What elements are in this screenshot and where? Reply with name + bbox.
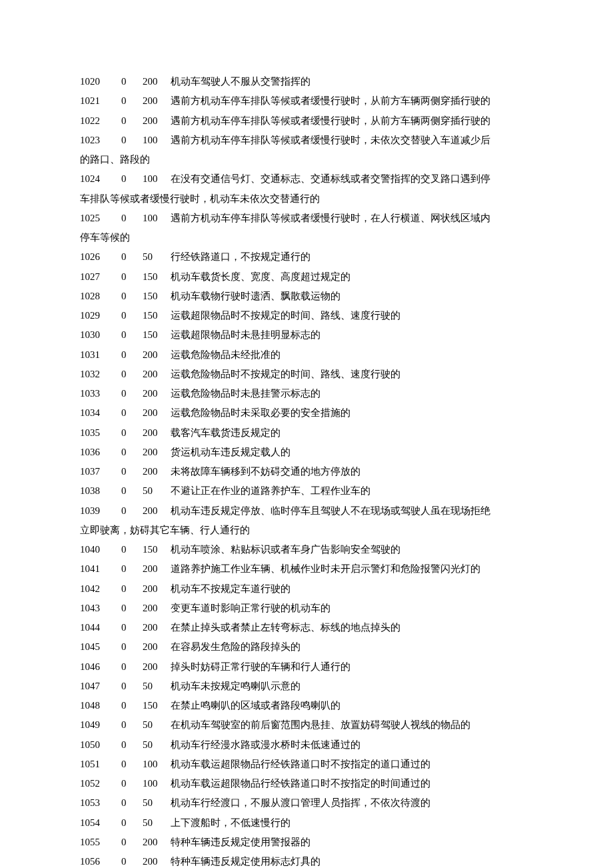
violation-row: 10560200特种车辆违反规定使用标志灯具的: [80, 852, 533, 868]
violation-description: 机动车行经渡口，不服从渡口管理人员指挥，不依次待渡的: [171, 797, 430, 808]
violation-points: 0: [121, 423, 143, 443]
violation-points: 0: [121, 247, 143, 267]
violation-description: 变更车道时影响正常行驶的机动车的: [171, 603, 330, 613]
violation-fine: 50: [143, 481, 171, 501]
violation-fine: 100: [143, 209, 171, 228]
violation-points: 0: [121, 111, 143, 131]
violation-fine: 200: [143, 657, 171, 677]
violation-description: 遇前方机动车停车排队等候或者缓慢行驶时，从前方车辆两侧穿插行驶的: [171, 115, 490, 126]
violation-description-continuation: 立即驶离，妨碍其它车辆、行人通行的: [80, 521, 533, 540]
violation-fine: 100: [143, 774, 171, 793]
violation-code: 1038: [80, 481, 121, 501]
violation-code: 1056: [80, 852, 121, 868]
violation-row: 10510100机动车载运超限物品行经铁路道口时不按指定的道口通过的: [80, 755, 533, 774]
violation-row: 10390200机动车违反规定停放、临时停车且驾驶人不在现场或驾驶人虽在现场拒绝: [80, 501, 533, 521]
violation-description: 运载危险物品时未悬挂警示标志的: [171, 388, 320, 399]
violation-description: 特种车辆违反规定使用警报器的: [171, 837, 310, 847]
violation-description: 遇前方机动车停车排队等候或者缓慢行驶时，在人行横道、网状线区域内: [171, 213, 490, 223]
violation-code: 1020: [80, 72, 121, 91]
violation-code: 1048: [80, 696, 121, 715]
violation-points: 0: [121, 384, 143, 403]
violation-code: 1041: [80, 559, 121, 579]
violation-description: 未将故障车辆移到不妨碍交通的地方停放的: [171, 466, 360, 477]
violation-row: 10480150在禁止鸣喇叭的区域或者路段鸣喇叭的: [80, 696, 533, 715]
violation-fine: 150: [143, 540, 171, 559]
violation-row: 10210200遇前方机动车停车排队等候或者缓慢行驶时，从前方车辆两侧穿插行驶的: [80, 91, 533, 111]
violation-row: 1049050在机动车驾驶室的前后窗范围内悬挂、放置妨碍驾驶人视线的物品的: [80, 715, 533, 735]
violation-code: 1045: [80, 637, 121, 657]
violation-fine: 50: [143, 813, 171, 833]
violation-row: 10230100遇前方机动车停车排队等候或者缓慢行驶时，未依次交替驶入车道减少后: [80, 131, 533, 150]
violation-description-continuation: 车排队等候或者缓慢行驶时，机动车未依次交替通行的: [80, 189, 533, 209]
violation-description: 机动车未按规定鸣喇叭示意的: [171, 681, 301, 691]
violation-code: 1027: [80, 267, 121, 287]
violation-fine: 200: [143, 365, 171, 384]
violation-code: 1047: [80, 677, 121, 696]
violation-code: 1035: [80, 423, 121, 443]
violation-code: 1025: [80, 209, 121, 228]
violation-fine: 100: [143, 169, 171, 189]
violation-code: 1028: [80, 287, 121, 306]
violation-code: 1023: [80, 131, 121, 150]
violation-code: 1051: [80, 755, 121, 774]
violation-points: 0: [121, 833, 143, 852]
violation-fine: 150: [143, 267, 171, 287]
violation-code: 1043: [80, 599, 121, 618]
violation-description: 运载超限物品时不按规定的时间、路线、速度行驶的: [171, 310, 400, 321]
violation-points: 0: [121, 325, 143, 345]
violation-row: 10280150机动车载物行驶时遗洒、飘散载运物的: [80, 287, 533, 306]
violation-points: 0: [121, 696, 143, 715]
violation-row: 10220200遇前方机动车停车排队等候或者缓慢行驶时，从前方车辆两侧穿插行驶的: [80, 111, 533, 131]
violation-code: 1030: [80, 325, 121, 345]
violation-row: 1038050不避让正在作业的道路养护车、工程作业车的: [80, 481, 533, 501]
violation-fine: 200: [143, 501, 171, 521]
violation-code: 1055: [80, 833, 121, 852]
violation-description: 在禁止掉头或者禁止左转弯标志、标线的地点掉头的: [171, 622, 400, 633]
violation-points: 0: [121, 657, 143, 677]
violation-fine: 200: [143, 637, 171, 657]
violation-code: 1053: [80, 793, 121, 813]
violation-description: 机动车行经漫水路或漫水桥时未低速通过的: [171, 739, 360, 750]
violation-row: 10460200掉头时妨碍正常行驶的车辆和行人通行的: [80, 657, 533, 677]
violation-fine: 200: [143, 111, 171, 131]
violation-code: 1032: [80, 365, 121, 384]
violation-fine: 200: [143, 423, 171, 443]
violation-points: 0: [121, 169, 143, 189]
violation-fine: 200: [143, 852, 171, 868]
violation-row: 1047050机动车未按规定鸣喇叭示意的: [80, 677, 533, 696]
violation-fine: 200: [143, 403, 171, 423]
violation-code: 1033: [80, 384, 121, 403]
violation-description-continuation: 停车等候的: [80, 228, 533, 247]
violation-code: 1049: [80, 715, 121, 735]
violation-points: 0: [121, 774, 143, 793]
violation-row: 10250100遇前方机动车停车排队等候或者缓慢行驶时，在人行横道、网状线区域内: [80, 209, 533, 228]
violation-points: 0: [121, 852, 143, 868]
violation-points: 0: [121, 501, 143, 521]
violation-row: 10440200在禁止掉头或者禁止左转弯标志、标线的地点掉头的: [80, 618, 533, 637]
violation-points: 0: [121, 813, 143, 833]
violation-description: 遇前方机动车停车排队等候或者缓慢行驶时，未依次交替驶入车道减少后: [171, 135, 490, 145]
violation-code: 1037: [80, 462, 121, 481]
violation-fine: 200: [143, 618, 171, 637]
violation-description: 机动车载运超限物品行经铁路道口时不按指定的时间通过的: [171, 778, 430, 789]
violation-row: 10340200运载危险物品时未采取必要的安全措施的: [80, 403, 533, 423]
violation-fine: 100: [143, 131, 171, 150]
violation-row: 1026050行经铁路道口，不按规定通行的: [80, 247, 533, 267]
violation-points: 0: [121, 540, 143, 559]
violation-code: 1024: [80, 169, 121, 189]
violation-description: 机动车载运超限物品行经铁路道口时不按指定的道口通过的: [171, 759, 430, 769]
violation-code: 1021: [80, 91, 121, 111]
violation-points: 0: [121, 403, 143, 423]
violation-points: 0: [121, 131, 143, 150]
violation-fine: 50: [143, 715, 171, 735]
violation-row: 10290150运载超限物品时不按规定的时间、路线、速度行驶的: [80, 306, 533, 325]
document-page: 10200200机动车驾驶人不服从交警指挥的10210200遇前方机动车停车排队…: [0, 0, 613, 868]
violation-points: 0: [121, 579, 143, 599]
violation-description: 机动车违反规定停放、临时停车且驾驶人不在现场或驾驶人虽在现场拒绝: [171, 505, 490, 516]
violation-description: 在机动车驾驶室的前后窗范围内悬挂、放置妨碍驾驶人视线的物品的: [171, 719, 470, 730]
violation-row: 10550200特种车辆违反规定使用警报器的: [80, 833, 533, 852]
violation-row: 10520100机动车载运超限物品行经铁路道口时不按指定的时间通过的: [80, 774, 533, 793]
violation-description: 机动车不按规定车道行驶的: [171, 583, 291, 594]
violation-description: 运载超限物品时未悬挂明显标志的: [171, 329, 320, 340]
violation-row: 10320200运载危险物品时不按规定的时间、路线、速度行驶的: [80, 365, 533, 384]
